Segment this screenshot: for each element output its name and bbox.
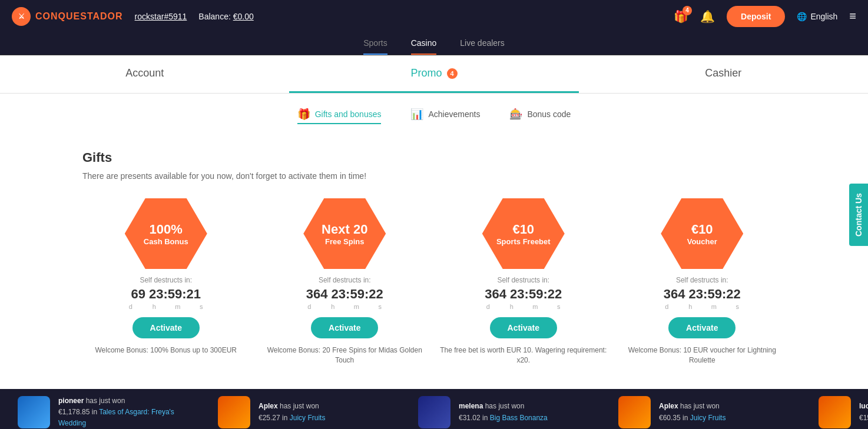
promo-badge: 4 <box>447 68 458 79</box>
subtab-gifts[interactable]: 🎁 Gifts and bonuses <box>297 108 382 124</box>
ticker-game-icon-4 <box>819 396 851 428</box>
ticker-game-link-0[interactable]: Tales of Asgard: Freya's Wedding <box>58 408 174 427</box>
hex-label-0: Cash Bonus <box>138 237 194 246</box>
card-desc-1: Welcome Bonus: 20 Free Spins for Midas G… <box>261 345 429 365</box>
balance-display: Balance: €0.00 <box>198 12 253 21</box>
countdown-2: 364 23:59:22 <box>485 287 562 302</box>
ticker-item-1: Aplex has just won €25.27 in Juicy Fruit… <box>218 396 383 428</box>
gift-card-0: 100% Cash Bonus Self destructs in: 69 23… <box>82 198 250 365</box>
logo-text: CONQUESTADOR <box>35 11 123 22</box>
header-left: ⚔ CONQUESTADOR rockstar#5911 Balance: €0… <box>12 7 254 26</box>
achievements-icon: 📊 <box>410 108 423 121</box>
language-selector[interactable]: 🌐 English <box>797 12 837 21</box>
card-desc-3: Welcome Bonus: 10 EUR voucher for Lightn… <box>619 345 786 365</box>
ticker-item-3: Aplex has just won €60.35 in Juicy Fruit… <box>618 396 783 428</box>
nav-tab-sports[interactable]: Sports <box>363 38 387 55</box>
subtab-bonus-code[interactable]: 🎰 Bonus code <box>509 108 571 124</box>
hours-label-0: h <box>143 303 166 310</box>
header: ⚔ CONQUESTADOR rockstar#5911 Balance: €0… <box>0 0 868 32</box>
gift-cards: 100% Cash Bonus Self destructs in: 69 23… <box>82 198 786 365</box>
mins-label-1: m <box>344 303 368 310</box>
subtab-achievements[interactable]: 📊 Achievements <box>410 108 480 124</box>
hamburger-button[interactable]: ≡ <box>849 9 856 23</box>
countdown-labels-2: d h m s <box>476 303 571 310</box>
activate-button-3[interactable]: Activate <box>668 317 736 338</box>
card-desc-0: Welcome Bonus: 100% Bonus up to 300EUR <box>95 345 237 355</box>
ticker-text-2: melena has just won €31.02 in Big Bass B… <box>459 401 548 423</box>
ticker-user-1: Aplex <box>259 402 278 410</box>
balance-link[interactable]: €0.00 <box>233 12 254 21</box>
days-label-3: d <box>655 303 678 310</box>
gift-button[interactable]: 🎁 4 <box>674 9 688 24</box>
countdown-3: 364 23:59:22 <box>664 287 741 302</box>
nav-tab-casino[interactable]: Casino <box>411 38 437 55</box>
tab-account-label: Account <box>125 67 164 79</box>
ticker-item-0: pioneer has just won €1,178.85 in Tales … <box>18 395 183 429</box>
tab-cashier-label: Cashier <box>705 67 741 79</box>
hex-label-2: Sports Freebet <box>491 237 556 246</box>
ticker-game-link-1[interactable]: Juicy Fruits <box>290 414 326 422</box>
section-tabs: Account Promo 4 Cashier <box>0 55 868 94</box>
hex-amount-2: €10 <box>512 222 534 237</box>
activate-button-2[interactable]: Activate <box>490 317 557 338</box>
hex-badge-1: Next 20 Free Spins <box>303 198 386 269</box>
notification-button[interactable]: 🔔 <box>700 9 715 24</box>
hex-badge-2: €10 Sports Freebet <box>482 198 565 269</box>
activate-button-0[interactable]: Activate <box>132 317 200 338</box>
ticker-text-0: pioneer has just won €1,178.85 in Tales … <box>58 395 183 429</box>
days-label-2: d <box>476 303 500 310</box>
logo[interactable]: ⚔ CONQUESTADOR <box>12 7 123 26</box>
footer-ticker: pioneer has just won €1,178.85 in Tales … <box>0 389 868 429</box>
gift-badge: 4 <box>683 6 692 15</box>
ticker-user-3: Aplex <box>659 402 678 410</box>
secs-label-1: s <box>368 303 392 310</box>
gift-card-1: Next 20 Free Spins Self destructs in: 36… <box>261 198 429 365</box>
contact-us-button[interactable]: Contact Us <box>849 184 868 246</box>
ticker-game-link-3[interactable]: Juicy Fruits <box>690 414 726 422</box>
hex-badge-3: €10 Voucher <box>661 198 743 269</box>
mins-label-3: m <box>702 303 725 310</box>
ticker-game-icon-3 <box>618 396 651 428</box>
ticker-user-2: melena <box>459 402 483 410</box>
countdown-1: 364 23:59:22 <box>306 287 383 302</box>
tab-promo[interactable]: Promo 4 <box>289 55 578 93</box>
hex-amount-3: €10 <box>691 222 713 237</box>
gifts-subtitle: There are presents available for you now… <box>82 171 786 181</box>
gift-card-3: €10 Voucher Self destructs in: 364 23:59… <box>619 198 786 365</box>
nav-tab-live[interactable]: Live dealers <box>460 38 505 55</box>
gift-card-2: €10 Sports Freebet Self destructs in: 36… <box>440 198 607 365</box>
mins-label-0: m <box>166 303 190 310</box>
ticker-game-link-2[interactable]: Big Bass Bonanza <box>490 414 548 422</box>
hours-label-2: h <box>500 303 524 310</box>
subtab-bonus-label: Bonus code <box>527 109 571 119</box>
header-right: 🎁 4 🔔 Deposit 🌐 English ≡ <box>674 6 856 27</box>
self-destructs-1: Self destructs in: <box>319 276 371 284</box>
hex-shape-3: €10 Voucher <box>661 198 743 269</box>
subtab-achievements-label: Achievements <box>428 109 480 119</box>
hex-badge-0: 100% Cash Bonus <box>125 198 207 269</box>
mins-label-2: m <box>524 303 547 310</box>
hours-label-3: h <box>678 303 702 310</box>
hex-shape-2: €10 Sports Freebet <box>482 198 565 269</box>
logo-icon: ⚔ <box>12 7 31 26</box>
secs-label-3: s <box>725 303 749 310</box>
hex-shape-0: 100% Cash Bonus <box>125 198 207 269</box>
ticker-text-3: Aplex has just won €60.35 in Juicy Fruit… <box>659 401 725 423</box>
ticker-game-icon-1 <box>218 396 250 428</box>
self-destructs-0: Self destructs in: <box>140 276 192 284</box>
tab-cashier[interactable]: Cashier <box>579 55 868 93</box>
username[interactable]: rockstar#5911 <box>135 12 187 21</box>
hex-amount-0: 100% <box>150 222 183 237</box>
ticker-game-icon-2 <box>418 396 450 428</box>
ticker-text-1: Aplex has just won €25.27 in Juicy Fruit… <box>259 401 325 423</box>
tab-account[interactable]: Account <box>0 55 289 93</box>
card-desc-2: The free bet is worth EUR 10. Wagering r… <box>440 345 607 365</box>
countdown-labels-1: d h m s <box>297 303 392 310</box>
ticker-game-icon-0 <box>18 396 50 428</box>
secs-label-2: s <box>547 303 571 310</box>
ticker-items: pioneer has just won €1,178.85 in Tales … <box>0 395 868 429</box>
hex-label-1: Free Spins <box>319 237 370 246</box>
activate-button-1[interactable]: Activate <box>311 317 378 338</box>
hex-amount-1: Next 20 <box>322 222 367 237</box>
deposit-button[interactable]: Deposit <box>727 6 785 27</box>
